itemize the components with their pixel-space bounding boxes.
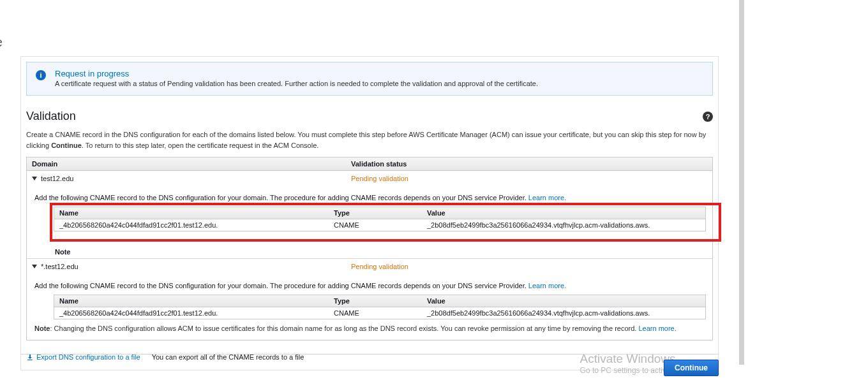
caret-down-icon bbox=[32, 265, 37, 268]
cname-col-name: Name bbox=[54, 295, 329, 307]
validation-description: Create a CNAME record in the DNS configu… bbox=[21, 127, 718, 157]
learn-more-link[interactable]: Learn more. bbox=[528, 194, 566, 201]
validation-status: Pending validation bbox=[346, 260, 712, 273]
domain-row: test12.edu Pending validation Add the fo… bbox=[27, 171, 712, 259]
validation-table-header: Domain Validation status bbox=[27, 157, 712, 171]
col-status: Validation status bbox=[346, 157, 712, 170]
validation-status: Pending validation bbox=[346, 172, 712, 185]
caret-down-icon bbox=[32, 177, 37, 180]
cname-table: Name Type Value _4b206568260a424c044fdfa… bbox=[54, 295, 706, 319]
domain-name: test12.edu bbox=[41, 175, 73, 182]
info-banner: i Request in progress A certificate requ… bbox=[26, 62, 713, 96]
certificate-panel: i Request in progress A certificate requ… bbox=[20, 56, 719, 370]
validation-table: Domain Validation status test12.edu Pend… bbox=[26, 157, 713, 340]
learn-more-link[interactable]: Learn more. bbox=[638, 325, 676, 332]
banner-title: Request in progress bbox=[55, 69, 703, 78]
continue-button[interactable]: Continue bbox=[664, 360, 719, 376]
col-domain: Domain bbox=[27, 157, 346, 170]
cname-col-type: Type bbox=[329, 207, 422, 219]
cname-instruction: Add the following CNAME record to the DN… bbox=[34, 194, 528, 201]
note-label: Note bbox=[34, 325, 50, 332]
page-heading-fragment: ate bbox=[0, 35, 3, 50]
learn-more-link[interactable]: Learn more. bbox=[528, 282, 566, 289]
desc-post: . To return to this step later, open the… bbox=[82, 142, 319, 149]
cname-name: _4b206568260a424c044fdfad91cc2f01.test12… bbox=[54, 307, 329, 319]
desc-bold: Continue bbox=[51, 142, 82, 149]
cname-col-value: Value bbox=[422, 295, 705, 307]
note-label: Note bbox=[55, 248, 70, 256]
domain-summary[interactable]: test12.edu Pending validation bbox=[27, 171, 712, 186]
help-icon[interactable]: ? bbox=[703, 112, 713, 122]
banner-text: A certificate request with a status of P… bbox=[55, 80, 703, 87]
domain-summary[interactable]: *.test12.edu Pending validation bbox=[27, 259, 712, 274]
cname-table: Name Type Value _4b206568260a424c044fdfa… bbox=[54, 207, 706, 231]
cname-instruction: Add the following CNAME record to the DN… bbox=[34, 282, 528, 289]
note-text: : Changing the DNS configuration allows … bbox=[50, 325, 638, 332]
cname-col-name: Name bbox=[54, 207, 329, 219]
validation-heading: Validation bbox=[26, 110, 76, 123]
footer-bar: Continue bbox=[20, 354, 719, 376]
cname-value: _2b08df5eb2499fbc3a25616066a24934.vtqfhv… bbox=[422, 307, 705, 319]
cname-record-box-highlighted: Name Type Value _4b206568260a424c044fdfa… bbox=[54, 207, 706, 231]
cname-name: _4b206568260a424c044fdfad91cc2f01.test12… bbox=[54, 219, 329, 231]
cname-record-box: Name Type Value _4b206568260a424c044fdfa… bbox=[54, 295, 706, 319]
cname-col-value: Value bbox=[422, 207, 705, 219]
domain-detail: Add the following CNAME record to the DN… bbox=[27, 274, 712, 340]
cname-type: CNAME bbox=[329, 307, 422, 319]
cname-value: _2b08df5eb2499fbc3a25616066a24934.vtqfhv… bbox=[422, 219, 705, 231]
domain-detail: Add the following CNAME record to the DN… bbox=[27, 186, 712, 258]
cname-type: CNAME bbox=[329, 219, 422, 231]
cname-col-type: Type bbox=[329, 295, 422, 307]
info-icon: i bbox=[36, 70, 46, 80]
domain-name: *.test12.edu bbox=[41, 263, 79, 270]
domain-row: *.test12.edu Pending validation Add the … bbox=[27, 259, 712, 340]
scrollbar[interactable] bbox=[739, 0, 744, 365]
note-line: Note: Changing the DNS configuration all… bbox=[34, 325, 706, 332]
